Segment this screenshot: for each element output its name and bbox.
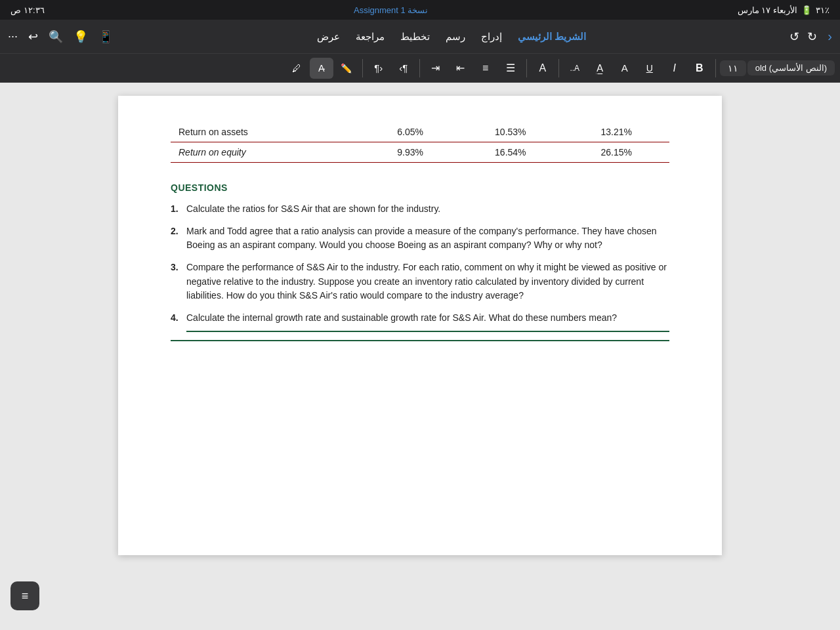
nav-menu: الشريط الرئيسي إدراج رسم تخطيط مراجعة عر… <box>317 31 586 43</box>
question-number-3: 3. <box>171 261 181 303</box>
font-name-selector[interactable]: (النص الأساسي) old <box>747 60 835 75</box>
list-item: 3. Compare the performance of S&S Air to… <box>171 261 669 303</box>
bold-button[interactable]: B <box>688 58 711 79</box>
nav-item-insert[interactable]: إدراج <box>481 31 502 43</box>
battery-icon: 🔋 <box>801 5 812 15</box>
text-aa-button[interactable]: A.. <box>563 58 587 79</box>
status-bar-right: ١٢:٣٦ ص <box>10 5 45 15</box>
divider-2 <box>558 59 559 77</box>
financial-table: Return on assets 6.05% 10.53% 13.21% Ret… <box>171 122 669 163</box>
nav-bar: ··· ↩ 🔍 💡 📱 الشريط الرئيسي إدراج رسم تخط… <box>0 20 840 54</box>
history-icon[interactable]: ↩ <box>28 30 38 44</box>
numbered-list-button[interactable]: ≡ <box>474 58 497 79</box>
paragraph-format-group: A <box>531 58 555 79</box>
questions-heading: QUESTIONS <box>171 182 669 193</box>
table-cell-col3: 13.21% <box>564 122 669 142</box>
format-toolbar: (النص الأساسي) old ١١ B I U A A̲ A.. A ☰… <box>0 54 840 83</box>
ltr-paragraph-button[interactable]: ‹¶ <box>367 58 390 79</box>
document-area: Return on assets 6.05% 10.53% 13.21% Ret… <box>0 83 840 630</box>
divider-5 <box>362 59 363 77</box>
basic-format-group: B I U A A̲ A.. <box>563 58 711 79</box>
question-number-2: 2. <box>171 224 181 253</box>
style-button[interactable]: A <box>531 58 555 79</box>
font-size-selector[interactable]: ١١ <box>720 60 746 76</box>
status-bar-left: ٪٣١ 🔋 الأربعاء ١٧ مارس <box>738 5 830 15</box>
underline-button[interactable]: U <box>638 58 662 79</box>
search-icon[interactable]: 🔍 <box>49 30 63 44</box>
question-text-3: Compare the performance of S&S Air to th… <box>186 261 669 303</box>
forward-icon[interactable]: › <box>828 29 832 44</box>
question-list: 1. Calculate the ratios for S&S Air that… <box>171 202 669 332</box>
text-color-button[interactable]: A <box>613 58 637 79</box>
indent-increase-button[interactable]: ⇥ <box>424 58 448 79</box>
time-display: ١٢:٣٦ <box>24 5 45 15</box>
question-number-4: 4. <box>171 311 181 332</box>
question-number-1: 1. <box>171 202 181 217</box>
table-row: Return on equity 9.93% 16.54% 26.15% <box>171 142 669 163</box>
list-item: 1. Calculate the ratios for S&S Air that… <box>171 202 669 217</box>
list-group: ☰ ≡ ⇤ ⇥ <box>424 58 522 79</box>
table-cell-col3: 26.15% <box>564 142 669 163</box>
divider-3 <box>526 59 527 77</box>
nav-item-home[interactable]: الشريط الرئيسي <box>518 31 586 43</box>
direction-group: ¶› ‹¶ <box>367 58 415 79</box>
document-page: Return on assets 6.05% 10.53% 13.21% Ret… <box>118 96 722 555</box>
nav-right-controls: ↺ ↻ › <box>789 29 832 44</box>
period-display: ص <box>10 5 21 15</box>
nav-item-layout[interactable]: تخطيط <box>400 31 430 43</box>
list-item: 2. Mark and Todd agree that a ratio anal… <box>171 224 669 253</box>
strikethrough-edit-button[interactable]: A̶ <box>310 58 333 79</box>
table-cell-label: Return on equity <box>171 142 363 163</box>
table-cell-label: Return on assets <box>171 122 363 142</box>
text-highlight-button[interactable]: A̲ <box>588 58 612 79</box>
table-cell-col1: 6.05% <box>363 122 457 142</box>
nav-item-view[interactable]: عرض <box>317 31 340 43</box>
lamp-icon[interactable]: 💡 <box>74 30 88 44</box>
undo-icon[interactable]: ↺ <box>789 30 799 44</box>
markup-button[interactable]: 🖊 <box>285 58 308 79</box>
undo-redo-group: ↺ ↻ <box>789 30 817 44</box>
tablet-icon[interactable]: 📱 <box>98 30 113 44</box>
table-cell-col2: 10.53% <box>457 122 563 142</box>
redo-icon[interactable]: ↻ <box>807 30 817 44</box>
list-item: 4. Calculate the internal growth rate an… <box>171 311 669 332</box>
doc-title: نسخة Assignment 1 <box>354 5 428 15</box>
rtl-paragraph-button[interactable]: ¶› <box>392 58 415 79</box>
italic-button[interactable]: I <box>663 58 686 79</box>
floating-menu-button[interactable]: ≡ <box>10 581 39 610</box>
nav-left-controls: ··· ↩ 🔍 💡 📱 <box>8 30 113 44</box>
question-text-4: Calculate the internal growth rate and s… <box>186 311 669 332</box>
font-group: (النص الأساسي) old ١١ <box>720 60 835 76</box>
nav-item-review[interactable]: مراجعة <box>356 31 385 43</box>
question-text-2: Mark and Todd agree that a ratio analysi… <box>186 224 669 253</box>
questions-section: QUESTIONS 1. Calculate the ratios for S&… <box>171 182 669 341</box>
edit-pen-button[interactable]: ✏️ <box>335 58 358 79</box>
edit-mode-group: ✏️ A̶ 🖊 <box>285 58 358 79</box>
table-row: Return on assets 6.05% 10.53% 13.21% <box>171 122 669 142</box>
table-cell-col1: 9.93% <box>363 142 457 163</box>
more-options-icon[interactable]: ··· <box>8 30 18 43</box>
indent-decrease-button[interactable]: ⇤ <box>449 58 472 79</box>
question-text-1: Calculate the ratios for S&S Air that ar… <box>186 202 669 217</box>
bullet-list-button[interactable]: ☰ <box>499 58 522 79</box>
nav-item-draw[interactable]: رسم <box>446 31 465 43</box>
date-display: الأربعاء ١٧ مارس <box>738 5 797 15</box>
section-divider-line <box>171 340 669 342</box>
battery-level: ٪٣١ <box>816 5 830 15</box>
status-bar: ١٢:٣٦ ص نسخة Assignment 1 ٪٣١ 🔋 الأربعاء… <box>0 0 840 20</box>
divider-4 <box>419 59 420 77</box>
menu-lines-icon: ≡ <box>22 590 29 602</box>
table-cell-col2: 16.54% <box>457 142 563 163</box>
divider-1 <box>715 59 716 77</box>
